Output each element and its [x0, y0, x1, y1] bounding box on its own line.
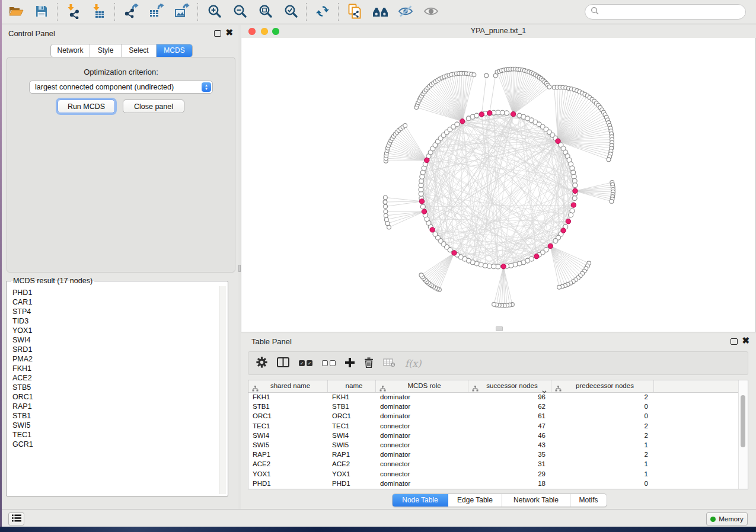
mcds-result-item[interactable]: FKH1: [12, 364, 219, 373]
mcds-result-item[interactable]: YOX1: [12, 326, 219, 335]
table-cell[interactable]: TEC1: [248, 422, 328, 430]
table-tab-node-table[interactable]: Node Table: [393, 494, 448, 507]
mcds-result-item[interactable]: SRD1: [12, 345, 219, 354]
table-cell[interactable]: 1: [551, 460, 654, 467]
close-table-panel-icon[interactable]: ✖: [742, 335, 749, 346]
table-tab-network-table[interactable]: Network Table: [502, 494, 570, 507]
clone-network-button[interactable]: [344, 2, 365, 22]
table-cell[interactable]: FKH1: [248, 393, 328, 400]
table-cell[interactable]: 18: [468, 480, 551, 487]
deselect-all-columns-button[interactable]: [322, 360, 336, 366]
table-row[interactable]: FKH1FKH1dominator962: [248, 392, 739, 402]
table-cell[interactable]: 1: [551, 470, 654, 477]
table-tab-motifs[interactable]: Motifs: [570, 494, 607, 507]
tab-style[interactable]: Style: [90, 44, 122, 57]
table-cell[interactable]: STB1: [328, 403, 376, 410]
export-table-button[interactable]: [146, 2, 167, 22]
column-header-name[interactable]: name: [328, 380, 376, 392]
table-cell[interactable]: FKH1: [328, 393, 376, 400]
delete-table-button[interactable]: [383, 358, 395, 369]
mcds-result-item[interactable]: RAP1: [12, 402, 219, 411]
select-all-columns-button[interactable]: ✓✓: [299, 360, 312, 366]
table-cell[interactable]: 2: [551, 422, 654, 430]
column-header-mcds-role[interactable]: MCDS role: [376, 380, 468, 392]
mcds-result-item[interactable]: GCR1: [12, 440, 219, 449]
table-cell[interactable]: PHD1: [328, 480, 376, 487]
table-cell[interactable]: ACE2: [328, 460, 376, 467]
table-cell[interactable]: RAP1: [248, 451, 328, 458]
table-row[interactable]: PHD1PHD1dominator180: [248, 479, 739, 488]
table-cell[interactable]: 96: [468, 393, 551, 400]
tab-network[interactable]: Network: [51, 44, 90, 57]
table-cell[interactable]: RAP1: [328, 451, 376, 458]
table-cell[interactable]: PHD1: [248, 480, 328, 487]
table-row[interactable]: YOX1YOX1connector291: [248, 469, 739, 479]
float-table-panel-icon[interactable]: [731, 338, 738, 345]
table-cell[interactable]: 61: [468, 412, 551, 419]
table-cell[interactable]: 2: [551, 432, 654, 439]
table-cell[interactable]: 0: [551, 412, 654, 419]
save-button[interactable]: [31, 2, 52, 22]
show-column-panel-button[interactable]: [277, 357, 289, 369]
table-cell[interactable]: connector: [376, 460, 468, 467]
delete-column-button[interactable]: [364, 357, 374, 370]
export-image-button[interactable]: [172, 2, 192, 22]
table-cell[interactable]: dominator: [376, 403, 468, 410]
hide-selected-button[interactable]: [395, 2, 416, 22]
table-cell[interactable]: 47: [468, 422, 551, 430]
table-cell[interactable]: STB1: [248, 403, 328, 410]
table-row[interactable]: STB1STB1dominator620: [248, 402, 739, 411]
table-cell[interactable]: connector: [376, 422, 468, 430]
find-button[interactable]: [370, 2, 390, 22]
close-panel-icon[interactable]: ✖: [225, 27, 233, 38]
table-cell[interactable]: 62: [468, 403, 551, 410]
table-row[interactable]: ORC1ORC1dominator610: [248, 411, 739, 421]
task-history-button[interactable]: [8, 512, 24, 525]
table-cell[interactable]: ORC1: [328, 412, 376, 419]
table-cell[interactable]: ORC1: [248, 412, 328, 419]
table-row[interactable]: RAP1RAP1dominator352: [248, 450, 739, 459]
memory-button[interactable]: Memory: [706, 512, 748, 525]
table-cell[interactable]: 35: [468, 451, 551, 458]
table-cell[interactable]: dominator: [376, 451, 468, 458]
zoom-selected-button[interactable]: [280, 2, 301, 22]
table-cell[interactable]: connector: [376, 470, 468, 477]
zoom-fit-button[interactable]: [255, 2, 275, 22]
mcds-result-item[interactable]: SWI4: [12, 335, 219, 345]
table-scrollbar[interactable]: [738, 380, 748, 489]
table-row[interactable]: SWI4SWI4dominator462: [248, 431, 739, 440]
import-network-button[interactable]: [63, 2, 84, 22]
table-cell[interactable]: SWI5: [328, 441, 376, 448]
table-cell[interactable]: SWI4: [248, 432, 328, 439]
mcds-result-item[interactable]: STB1: [12, 411, 219, 421]
table-cell[interactable]: dominator: [376, 393, 468, 400]
horizontal-splitter-handle[interactable]: [496, 326, 503, 331]
table-cell[interactable]: dominator: [376, 480, 468, 487]
table-cell[interactable]: 2: [551, 393, 654, 400]
float-panel-icon[interactable]: [214, 30, 221, 37]
run-mcds-button[interactable]: Run MCDS: [58, 100, 115, 113]
table-cell[interactable]: SWI5: [248, 441, 328, 448]
table-scrollbar-thumb[interactable]: [741, 395, 745, 447]
open-file-button[interactable]: [6, 2, 26, 22]
mcds-result-item[interactable]: ACE2: [12, 373, 219, 383]
table-cell[interactable]: SWI4: [328, 432, 376, 439]
create-column-button[interactable]: [345, 358, 355, 369]
zoom-out-button[interactable]: [229, 2, 250, 22]
mcds-result-list[interactable]: PHD1CAR1STP4TID3YOX1SWI4SRD1PMA2FKH1ACE2…: [8, 286, 219, 494]
table-row[interactable]: TEC1TEC1connector472: [248, 421, 739, 431]
mcds-result-item[interactable]: STB5: [12, 383, 219, 392]
table-cell[interactable]: YOX1: [328, 470, 376, 477]
table-tab-edge-table[interactable]: Edge Table: [448, 494, 502, 507]
table-cell[interactable]: YOX1: [248, 470, 328, 477]
table-row[interactable]: ACE2ACE2connector311: [248, 459, 739, 469]
close-mcds-panel-button[interactable]: Close panel: [123, 100, 184, 113]
mcds-result-item[interactable]: ORC1: [12, 392, 219, 402]
import-table-button[interactable]: [89, 2, 109, 22]
mcds-result-item[interactable]: TID3: [12, 316, 219, 326]
zoom-in-button[interactable]: [204, 2, 224, 22]
table-cell[interactable]: 0: [551, 403, 654, 410]
refresh-button[interactable]: [312, 2, 333, 22]
mcds-result-item[interactable]: STP4: [12, 307, 219, 316]
tab-select[interactable]: Select: [122, 44, 157, 57]
